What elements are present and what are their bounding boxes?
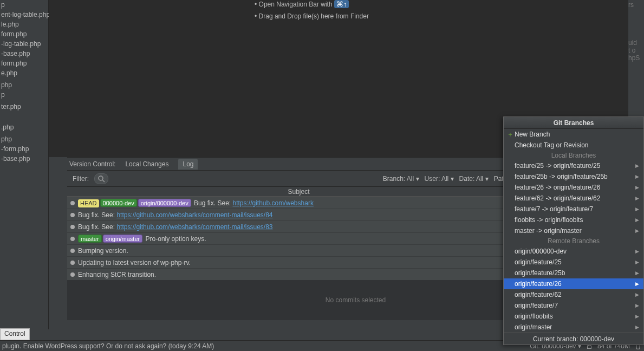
commit-link[interactable]: https://github.com/webshark [232, 199, 313, 207]
local-branch-item[interactable]: feature/26 -> origin/feature/26▶ [504, 182, 643, 193]
vc-label: Version Control: [69, 160, 115, 168]
remote-branch-item[interactable]: origin/floobits▶ [504, 311, 643, 322]
commit-link[interactable]: https://github.com/websharks/comment-mai… [116, 211, 272, 219]
remote-branch-item[interactable]: origin/feature/7▶ [504, 300, 643, 311]
local-branch-item[interactable]: feature/62 -> origin/feature/62▶ [504, 193, 643, 204]
commit-subject: Bug fix. See: https://github.com/webshar… [78, 223, 530, 231]
git-branches-popup: Git Branches ＋ New Branch Checkout Tag o… [503, 116, 644, 345]
svg-line-1 [102, 180, 105, 182]
search-icon [97, 174, 106, 183]
submenu-arrow-icon: ▶ [635, 270, 639, 276]
local-branch-item[interactable]: feature/25 -> origin/feature/25▶ [504, 160, 643, 171]
remote-branches-header: Remote Branches [504, 236, 643, 246]
local-branches-header: Local Branches [504, 151, 643, 160]
right-gutter: rs uid t o hpS [628, 0, 644, 116]
remote-branch-item[interactable]: origin/master▶ [504, 322, 643, 333]
status-message: plugin. Enable WordPress support? Or do … [2, 342, 530, 350]
commit-subject: Bug fix. See: https://github.com/webshar… [78, 211, 530, 219]
branch-tag: HEAD [78, 199, 99, 207]
local-branch-item[interactable]: master -> origin/master▶ [504, 225, 643, 236]
file-item[interactable]: .php [0, 122, 48, 132]
file-item[interactable]: php [0, 80, 48, 90]
graph-node-icon [70, 213, 75, 217]
file-item[interactable]: e.php [0, 68, 48, 78]
submenu-arrow-icon: ▶ [635, 217, 639, 223]
graph-node-icon [70, 249, 75, 253]
submenu-arrow-icon: ▶ [635, 281, 639, 287]
file-item[interactable]: form.php [0, 29, 48, 39]
graph-node-icon [70, 237, 75, 241]
svg-rect-8 [587, 346, 591, 348]
commit-subject: Bumping version. [78, 247, 530, 255]
filter-branch[interactable]: Branch: All ▾ [383, 175, 419, 183]
remote-branch-item[interactable]: origin/feature/62▶ [504, 289, 643, 300]
submenu-arrow-icon: ▶ [635, 314, 639, 319]
tab-local-changes[interactable]: Local Changes [121, 159, 173, 170]
filter-label: Filter: [73, 175, 89, 183]
hint-nav-bar: Open Navigation Bar with [259, 1, 333, 8]
remote-branch-item[interactable]: origin/000000-dev▶ [504, 246, 643, 257]
submenu-arrow-icon: ▶ [635, 228, 639, 233]
submenu-arrow-icon: ▶ [635, 206, 639, 212]
local-branch-item[interactable]: feature/25b -> origin/feature/25b▶ [504, 171, 643, 182]
remote-branch-item[interactable]: origin/feature/25▶ [504, 257, 643, 268]
commit-subject: Enhancing StCR transition. [78, 271, 530, 278]
branch-tag: origin/000000-dev [138, 199, 191, 207]
file-item[interactable]: p [0, 0, 48, 10]
plus-icon: ＋ [507, 130, 513, 139]
submenu-arrow-icon: ▶ [635, 292, 639, 297]
submenu-arrow-icon: ▶ [635, 303, 639, 308]
commit-link[interactable]: https://github.com/websharks/comment-mai… [116, 223, 272, 231]
commit-subject: masterorigin/master Pro-only option keys… [78, 235, 530, 243]
submenu-arrow-icon: ▶ [635, 324, 639, 330]
file-item[interactable]: p [0, 90, 48, 100]
popup-title: Git Branches [504, 117, 643, 129]
current-branch-footer: Current branch: 000000-dev [504, 333, 643, 344]
svg-point-0 [99, 176, 103, 180]
filter-user[interactable]: User: All ▾ [425, 175, 454, 183]
filter-date[interactable]: Date: All ▾ [459, 175, 489, 183]
submenu-arrow-icon: ▶ [635, 185, 639, 190]
file-item[interactable]: ter.php [0, 102, 48, 112]
hint-drag-drop: Drag and Drop file(s) here from Finder [259, 12, 369, 20]
file-item[interactable]: -base.php [0, 154, 48, 164]
graph-node-icon [70, 201, 75, 205]
file-item[interactable]: -log-table.php [0, 39, 48, 49]
submenu-arrow-icon: ▶ [635, 174, 639, 179]
branch-tag: origin/master [103, 235, 143, 243]
control-button[interactable]: Control [0, 328, 30, 340]
branch-tag: master [78, 235, 102, 243]
file-item[interactable]: php [0, 134, 48, 144]
commit-subject: Updating to latest version of wp-php-rv. [78, 259, 530, 266]
commit-subject: HEAD000000-devorigin/000000-dev Bug fix.… [78, 199, 530, 207]
file-item[interactable]: -form.php [0, 144, 48, 154]
graph-node-icon [70, 225, 75, 229]
graph-node-icon [70, 272, 75, 277]
graph-node-icon [70, 261, 75, 265]
project-file-tree[interactable]: pent-log-table.phple.phpform.php-log-tab… [0, 0, 49, 329]
remote-branch-item[interactable]: origin/feature/26▶ [504, 278, 643, 289]
submenu-arrow-icon: ▶ [635, 249, 639, 254]
tab-log[interactable]: Log [178, 159, 198, 170]
branch-tag: 000000-dev [100, 199, 137, 207]
editor-hints: • Open Navigation Bar with ⌘↑ • Drag and… [255, 0, 369, 24]
remote-branch-item[interactable]: origin/feature/25b▶ [504, 268, 643, 278]
col-subject[interactable]: Subject [67, 188, 530, 196]
checkout-tag-item[interactable]: Checkout Tag or Revision [504, 140, 643, 151]
submenu-arrow-icon: ▶ [635, 196, 639, 201]
local-branch-item[interactable]: floobits -> origin/floobits▶ [504, 214, 643, 225]
file-item[interactable]: le.php [0, 20, 48, 29]
submenu-arrow-icon: ▶ [635, 259, 639, 265]
submenu-arrow-icon: ▶ [635, 163, 639, 168]
kbd-shortcut: ⌘↑ [334, 0, 349, 8]
local-branch-item[interactable]: feature/7 -> origin/feature/7▶ [504, 204, 643, 214]
new-branch-item[interactable]: ＋ New Branch [504, 129, 643, 140]
file-item[interactable]: -base.php [0, 49, 48, 58]
filter-search-input[interactable] [94, 173, 108, 184]
file-item[interactable]: form.php [0, 58, 48, 68]
file-item[interactable]: ent-log-table.php [0, 10, 48, 20]
